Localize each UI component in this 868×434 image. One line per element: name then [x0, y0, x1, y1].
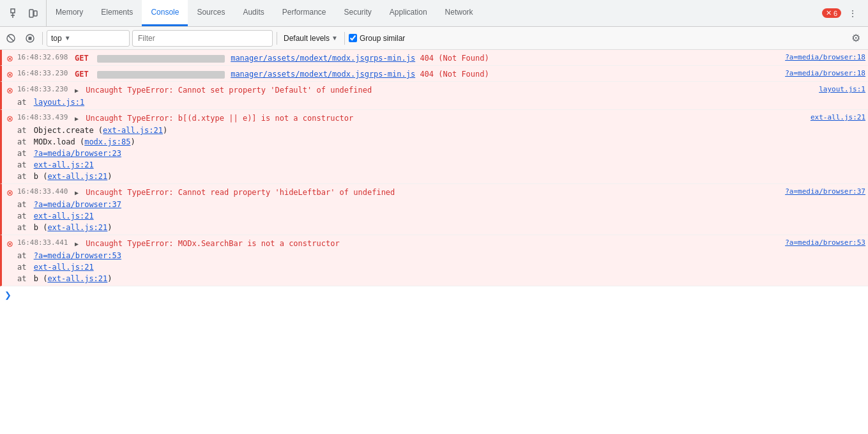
- stack-link-4-2[interactable]: modx.js:85: [84, 137, 130, 146]
- tab-memory[interactable]: Memory: [47, 0, 92, 26]
- context-arrow-icon: ▼: [65, 35, 71, 42]
- timestamp-5: 16:48:33.440: [17, 185, 75, 196]
- expand-arrow-4[interactable]: ▶: [75, 113, 79, 125]
- console-entry-4: ⊗ 16:48:33.439 ▶ Uncaught TypeError: b[(…: [0, 110, 868, 184]
- svg-rect-3: [29, 10, 33, 17]
- stack-link-4-3[interactable]: ?a=media/browser:23: [34, 149, 121, 158]
- stack-line-4-5: at b (ext-all.js:21): [4, 171, 112, 182]
- stack-link-5-3[interactable]: ext-all.js:21: [47, 223, 107, 232]
- clear-console-icon[interactable]: [3, 30, 19, 47]
- toolbar-divider-1: [42, 32, 43, 45]
- entry-content-6: ▶ Uncaught TypeError: MODx.SearchBar is …: [75, 236, 780, 250]
- console-entry-2: ⊗ 16:48:33.230 GET manager/assets/modext…: [0, 66, 868, 82]
- tab-performance[interactable]: Performance: [273, 0, 335, 26]
- tab-application[interactable]: Application: [381, 0, 436, 26]
- devtools-icon-group: [3, 0, 47, 26]
- source-5[interactable]: ?a=media/browser:37: [785, 185, 865, 196]
- toolbar-divider-2: [277, 32, 277, 45]
- expand-arrow-5[interactable]: ▶: [75, 187, 79, 199]
- stop-recording-icon[interactable]: [22, 30, 38, 47]
- tab-bar: Memory Elements Console Sources Audits P…: [0, 0, 868, 27]
- error-icon-6: ⊗: [4, 238, 15, 249]
- toolbar-divider-3: [344, 32, 345, 45]
- stack-text-4-5: b (: [34, 172, 48, 181]
- context-selector[interactable]: top ▼: [47, 30, 130, 47]
- tab-elements[interactable]: Elements: [92, 0, 142, 26]
- stack-link-6-2[interactable]: ext-all.js:21: [34, 263, 94, 272]
- url-suffix-2[interactable]: manager/assets/modext/modx.jsgrps-min.js: [231, 70, 415, 79]
- error-icon-1: ⊗: [4, 52, 15, 64]
- entry-content-5: ▶ Uncaught TypeError: Cannot read proper…: [75, 185, 780, 199]
- prompt-input-area[interactable]: [15, 288, 20, 298]
- console-output: ⊗ 16:48:32.698 GET manager/assets/modext…: [0, 50, 868, 434]
- url-blurred-1: [97, 55, 225, 63]
- prompt-caret-icon: ❯: [3, 289, 13, 300]
- stack-line-5-1: at ?a=media/browser:37: [4, 199, 121, 210]
- stack-link-4-5[interactable]: ext-all.js:21: [47, 172, 107, 181]
- stack-link-5-2[interactable]: ext-all.js:21: [34, 212, 94, 221]
- device-toggle-icon[interactable]: [26, 6, 41, 21]
- stack-link-3-1[interactable]: layout.js:1: [34, 98, 84, 107]
- tab-network[interactable]: Network: [436, 0, 482, 26]
- stack-text-4-1: Object.create (: [34, 126, 103, 135]
- status-2: 404 (Not Found): [420, 70, 489, 79]
- expand-arrow-6[interactable]: ▶: [75, 238, 79, 250]
- svg-rect-4: [34, 11, 37, 16]
- error-count: 6: [834, 10, 837, 17]
- stack-text-4-2: MODx.load (: [34, 137, 84, 146]
- stack-line-4-4: at ext-all.js:21: [4, 159, 94, 171]
- inspect-icon[interactable]: [8, 6, 23, 21]
- stack-link-6-1[interactable]: ?a=media/browser:53: [34, 251, 121, 260]
- group-similar-checkbox[interactable]: [349, 34, 357, 42]
- expand-arrow-3[interactable]: ▶: [75, 85, 79, 97]
- group-similar-label[interactable]: Group similar: [360, 34, 405, 43]
- url-suffix-1[interactable]: manager/assets/modext/modx.jsgrps-min.js: [231, 54, 415, 63]
- levels-dropdown[interactable]: Default levels ▼: [281, 33, 340, 44]
- error-msg-3: Uncaught TypeError: Cannot set property …: [86, 86, 372, 95]
- stack-link-4-4[interactable]: ext-all.js:21: [34, 160, 94, 169]
- tab-bar-right: ✕ 6 ⋮: [817, 6, 865, 21]
- stack-line-6-1: at ?a=media/browser:53: [4, 250, 121, 261]
- stack-line-4-1: at Object.create (ext-all.js:21): [4, 125, 167, 136]
- timestamp-1: 16:48:32.698: [17, 51, 75, 61]
- entry-content-3: ▶ Uncaught TypeError: Cannot set propert…: [75, 83, 814, 97]
- more-options-icon[interactable]: ⋮: [845, 6, 860, 21]
- stack-link-4-1[interactable]: ext-all.js:21: [103, 126, 163, 135]
- tab-sources[interactable]: Sources: [188, 0, 234, 26]
- console-entry-6: ⊗ 16:48:33.441 ▶ Uncaught TypeError: MOD…: [0, 235, 868, 286]
- svg-rect-8: [29, 36, 32, 40]
- source-4[interactable]: ext-all.js:21: [811, 111, 865, 121]
- source-2[interactable]: ?a=media/browser:18: [785, 67, 865, 77]
- error-msg-4: Uncaught TypeError: b[(d.xtype || e)] is…: [86, 114, 353, 123]
- stack-line-6-2: at ext-all.js:21: [4, 261, 94, 273]
- method-get-2: GET: [75, 70, 89, 79]
- stack-line-4-3: at ?a=media/browser:23: [4, 148, 121, 159]
- stack-link-6-3[interactable]: ext-all.js:21: [47, 274, 107, 283]
- filter-input[interactable]: [132, 30, 273, 47]
- source-6[interactable]: ?a=media/browser:53: [785, 236, 865, 247]
- error-msg-5: Uncaught TypeError: Cannot read property…: [86, 188, 395, 197]
- source-1[interactable]: ?a=media/browser:18: [785, 51, 865, 61]
- tab-audits[interactable]: Audits: [234, 0, 273, 26]
- stack-line-5-2: at ext-all.js:21: [4, 210, 94, 222]
- timestamp-6: 16:48:33.441: [17, 236, 75, 247]
- timestamp-4: 16:48:33.439: [17, 111, 75, 121]
- error-badge[interactable]: ✕ 6: [822, 8, 841, 18]
- group-similar-option: Group similar: [349, 34, 405, 43]
- stack-link-5-1[interactable]: ?a=media/browser:37: [34, 200, 121, 209]
- error-icon: ✕: [826, 9, 832, 17]
- levels-arrow-icon: ▼: [331, 35, 338, 42]
- error-icon-3: ⊗: [4, 84, 15, 96]
- entry-content-2: GET manager/assets/modext/modx.jsgrps-mi…: [75, 67, 780, 80]
- settings-gear-icon[interactable]: ⚙: [846, 32, 865, 44]
- timestamp-2: 16:48:33.230: [17, 67, 75, 77]
- console-entry-3: ⊗ 16:48:33.230 ▶ Uncaught TypeError: Can…: [0, 82, 868, 110]
- timestamp-3: 16:48:33.230: [17, 83, 75, 93]
- source-3[interactable]: layout.js:1: [819, 83, 865, 93]
- method-get-1: GET: [75, 54, 89, 63]
- tab-console[interactable]: Console: [142, 0, 188, 26]
- tab-security[interactable]: Security: [335, 0, 381, 26]
- console-prompt-line: ❯: [0, 286, 868, 302]
- error-icon-2: ⊗: [4, 68, 15, 80]
- stack-line-5-3: at b (ext-all.js:21): [4, 222, 112, 233]
